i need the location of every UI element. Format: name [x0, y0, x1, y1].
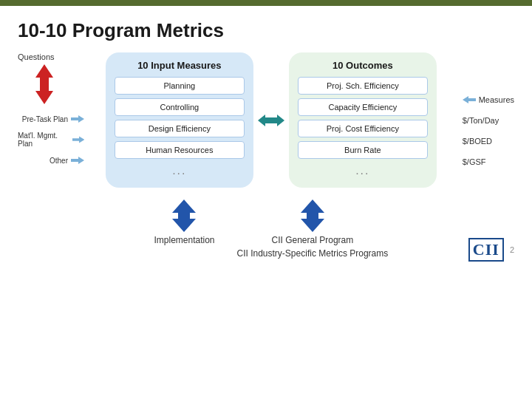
bottom-row: Implementation CII General Program CII I… [84, 200, 458, 259]
measure-val-3: $/GSF [463, 151, 514, 172]
input-item-planning: Planning [115, 77, 245, 95]
outcome-item-proj-cost: Proj. Cost Efficiency [298, 120, 428, 137]
svg-marker-2 [72, 136, 84, 143]
main-content: Questions Pre-Task Plan Mat'l. Mgmt. Pla… [18, 52, 514, 259]
row-labels: Pre-Task Plan Mat'l. Mgmt. Plan Other [18, 109, 84, 171]
outcomes-box-title: 10 Outcomes [298, 60, 428, 71]
input-measures-box: 10 Input Measures Planning Controlling D… [106, 52, 253, 188]
outcomes-dots: ... [298, 164, 428, 177]
measure-val-1: $/Ton/Day [463, 110, 514, 131]
svg-marker-9 [463, 96, 476, 103]
right-measures: Measures $/Ton/Day $/BOED $/GSF [463, 89, 514, 172]
cii-industry-label: CII Industry-Specific Metrics Programs [237, 248, 389, 259]
questions-arrow [31, 64, 58, 104]
top-bar [0, 0, 532, 6]
svg-marker-8 [301, 213, 324, 232]
label-matl: Mat'l. Mgmt. Plan [18, 129, 84, 150]
outcome-item-burn: Burn Rate [298, 141, 428, 159]
svg-marker-1 [71, 115, 84, 123]
middle-arrow [258, 107, 284, 134]
svg-marker-6 [172, 213, 196, 232]
footer: CII 2 [468, 238, 514, 262]
input-dots: ... [115, 164, 245, 177]
page-number: 2 [510, 245, 514, 254]
svg-marker-3 [71, 157, 84, 164]
implementation-label: Implementation [154, 235, 214, 245]
label-pre-task: Pre-Task Plan [18, 109, 84, 129]
page-title: 10-10 Program Metrics [18, 19, 514, 42]
input-item-design: Design Efficiency [115, 120, 245, 137]
input-item-hr: Human Resources [115, 141, 245, 159]
cii-general-label: CII General Program [272, 235, 354, 245]
implementation-section: Implementation [154, 200, 214, 245]
cii-section: CII General Program CII Industry-Specifi… [237, 200, 389, 259]
measure-val-2: $/BOED [463, 131, 514, 151]
label-other: Other [18, 150, 84, 171]
outcomes-box: 10 Outcomes Proj. Sch. Efficiency Capaci… [289, 52, 437, 188]
left-column: Questions Pre-Task Plan Mat'l. Mgmt. Pla… [18, 52, 84, 171]
cii-logo: CII [468, 238, 504, 262]
svg-marker-0 [35, 64, 53, 104]
input-box-title: 10 Input Measures [115, 60, 245, 71]
boxes-and-arrow: 10 Input Measures Planning Controlling D… [106, 52, 437, 188]
questions-label: Questions [18, 52, 55, 61]
page: 10-10 Program Metrics Questions Pre-Task… [0, 6, 532, 267]
svg-marker-4 [258, 115, 284, 126]
input-item-controlling: Controlling [115, 98, 245, 116]
outcome-item-capacity: Capacity Efficiency [298, 98, 428, 116]
outcome-item-proj-sch: Proj. Sch. Efficiency [298, 77, 428, 95]
measures-header: Measures [479, 95, 514, 104]
center-content: 10 Input Measures Planning Controlling D… [84, 52, 458, 259]
measures-label-row: Measures [463, 89, 514, 110]
